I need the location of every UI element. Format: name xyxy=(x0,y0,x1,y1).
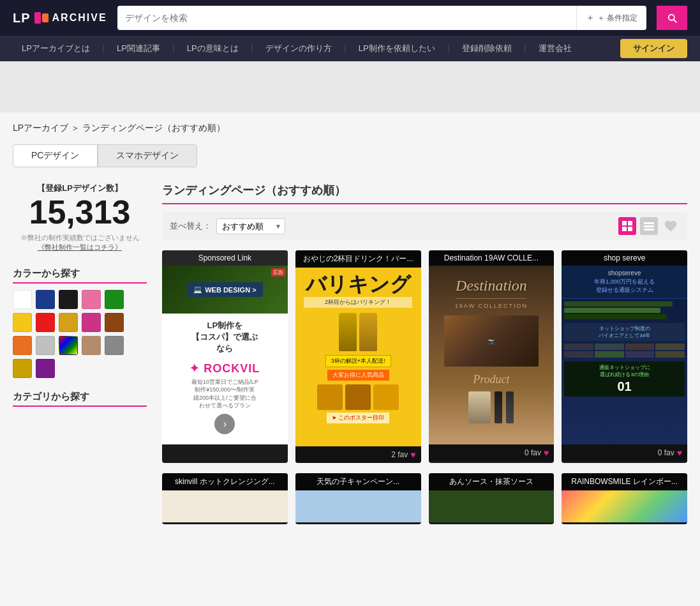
signin-button[interactable]: サインイン xyxy=(620,39,687,58)
dest-divider xyxy=(456,298,526,299)
sort-left: 並べ替え： おすすめ順 新着順 お気に入り順 xyxy=(170,218,285,234)
card-destination[interactable]: Destination 19AW COLLE... Destination 19… xyxy=(429,250,555,463)
stat-box: 【登録LPデザイン数】 15,313 ※弊社の制作実績数ではございません 《弊社… xyxy=(13,183,147,252)
nav-item-meaning[interactable]: LPの意味とは xyxy=(178,43,248,54)
card-title-ansauce: あんソース・抹茶ソース xyxy=(429,473,555,490)
fav-count-destination: 0 fav xyxy=(525,448,541,457)
color-multicolor[interactable] xyxy=(59,336,78,355)
color-darkyellow[interactable] xyxy=(13,359,32,378)
search-condition-btn[interactable]: ＋ ＋ 条件指定 xyxy=(576,6,646,30)
sereve-bottom: 通販ネットショップに選ばれ続ける3の理由 01 xyxy=(564,361,685,397)
banner-area xyxy=(0,61,700,112)
card-rainbow[interactable]: RAINBOWSMILE レインボー... xyxy=(562,473,687,524)
color-section-title: カラーから探す xyxy=(13,268,147,284)
main-content: LPアーカイブ ＞ ランディングページ（おすすめ順） PCデザイン スマホデザイ… xyxy=(0,112,700,534)
sort-bar: 並べ替え： おすすめ順 新着順 お気に入り順 xyxy=(162,212,687,240)
grid-view-button[interactable] xyxy=(618,217,636,235)
color-silver[interactable] xyxy=(36,336,55,355)
pc-icon: 💻 xyxy=(193,285,202,294)
grid-header: ランディングページ（おすすめ順） xyxy=(162,183,687,204)
card-skinvill[interactable]: skinvill ホットクレンジング... xyxy=(162,473,288,524)
logo[interactable]: LP ARCHIVE xyxy=(13,11,107,26)
card-img-ansauce xyxy=(429,490,555,522)
heart-icon-sereve[interactable]: ♥ xyxy=(677,448,682,458)
nav-item-about[interactable]: LPアーカイブとは xyxy=(13,43,99,54)
grid-area: ランディングページ（おすすめ順） 並べ替え： おすすめ順 新着順 お気に入り順 xyxy=(162,183,687,524)
breadcrumb-current: ランディングページ（おすすめ順） xyxy=(82,123,225,133)
nav-sep-5: ｜ xyxy=(444,43,453,54)
color-tan[interactable] xyxy=(82,336,101,355)
card-footer-sereve: 0 fav ♥ xyxy=(562,444,687,461)
card-image-sponsored: 広告 💻 WEB DESIGN > LP制作を【コスパ】で選ぶなら ✦ ROCK… xyxy=(162,266,288,444)
logo-lp-text: LP xyxy=(13,11,31,26)
sort-select[interactable]: おすすめ順 新着順 お気に入り順 xyxy=(216,218,285,234)
color-gray[interactable] xyxy=(105,336,124,355)
heart-icon-destination[interactable]: ♥ xyxy=(544,448,549,458)
color-white[interactable] xyxy=(13,290,32,309)
card-title-destination: Destination 19AW COLLE... xyxy=(429,250,555,266)
color-yellow[interactable] xyxy=(13,313,32,332)
yellow-promo: 3杯の解説+本人配送! xyxy=(325,355,391,367)
sereve-feature-text: ネットショップ制度のパイオニアとして34年 xyxy=(566,325,683,339)
stat-label: 【登録LPデザイン数】 xyxy=(13,183,147,194)
sp-headline: LP制作を【コスパ】で選ぶなら xyxy=(191,320,258,355)
color-section: カラーから探す xyxy=(13,268,147,378)
dest-product-label: Product xyxy=(473,373,509,386)
favorites-filter-button[interactable] xyxy=(662,217,680,235)
plus-icon: ＋ xyxy=(586,12,595,24)
list-view-icon xyxy=(644,221,654,231)
color-purple[interactable] xyxy=(36,359,55,378)
color-orange[interactable] xyxy=(13,336,32,355)
card-grid: Sponsored Link 広告 💻 WEB DESIGN > xyxy=(162,250,687,463)
sort-select-wrapper: おすすめ順 新着順 お気に入り順 xyxy=(216,218,285,234)
yellow-products xyxy=(317,384,399,410)
card-image-destination: Destination 19AW COLLECTION 📷 Product xyxy=(429,266,555,444)
nav-item-delete[interactable]: 登録削除依頼 xyxy=(453,43,521,54)
destination-heading: Destination xyxy=(456,277,527,294)
fav-count-yellow: 2 fav xyxy=(391,450,408,459)
tab-pc-design[interactable]: PCデザイン xyxy=(13,144,98,167)
card-title-skinvill: skinvill ホットクレンジング... xyxy=(162,473,288,490)
condition-label: ＋ 条件指定 xyxy=(597,13,637,24)
card-sponsored[interactable]: Sponsored Link 広告 💻 WEB DESIGN > xyxy=(162,250,288,463)
card-image-sereve: shopsereve 年商1,000万円を超える登録せる通販システム xyxy=(562,266,687,444)
stat-link-anchor[interactable]: 《弊社制作一覧はコチラ》 xyxy=(38,243,122,251)
card-weather[interactable]: 天気の子キャンペーン... xyxy=(295,473,421,524)
card-title-rainbow: RAINBOWSMILE レインボー... xyxy=(562,473,687,490)
color-navy[interactable] xyxy=(36,290,55,309)
nav-item-commission[interactable]: LP制作を依頼したい xyxy=(350,43,444,54)
sp-description: 最短10営業日でご納品/LP制作¥150,000〜/制作実績200本以上/ご要望… xyxy=(191,378,258,410)
color-brown[interactable] xyxy=(105,313,124,332)
tab-smartphone-design[interactable]: スマホデザイン xyxy=(98,144,197,167)
sidebar: 【登録LPデザイン数】 15,313 ※弊社の制作実績数ではございません 《弊社… xyxy=(13,183,147,524)
search-input[interactable] xyxy=(117,13,576,23)
grid-title: ランディングページ（おすすめ順） xyxy=(162,183,687,204)
color-red[interactable] xyxy=(36,313,55,332)
nav-item-articles[interactable]: LP関連記事 xyxy=(108,43,169,54)
color-magenta[interactable] xyxy=(82,313,101,332)
card-sereve[interactable]: shop sereve shopsereve 年商1,000万円を超える登録せる… xyxy=(562,250,687,463)
color-gold[interactable] xyxy=(59,313,78,332)
sp-next-button[interactable]: › xyxy=(214,414,235,434)
svg-rect-6 xyxy=(644,229,654,231)
bottom-card-grid: skinvill ホットクレンジング... 天気の子キャンペーン... あんソー… xyxy=(162,473,687,524)
list-view-button[interactable] xyxy=(640,217,658,235)
card-yellow[interactable]: おやじの2杯目ドリンク！バー... バリキング 2杯目からはバリキング！ 3杯の… xyxy=(295,250,421,463)
stat-link[interactable]: 《弊社制作一覧はコチラ》 xyxy=(13,243,147,252)
heart-icon-yellow[interactable]: ♥ xyxy=(410,450,415,460)
svg-rect-1 xyxy=(628,221,632,225)
nav-item-design[interactable]: デザインの作り方 xyxy=(257,43,341,54)
nav-item-company[interactable]: 運営会社 xyxy=(530,43,581,54)
breadcrumb-home[interactable]: LPアーカイブ xyxy=(13,123,68,133)
color-black[interactable] xyxy=(59,290,78,309)
view-icons xyxy=(618,217,680,235)
search-button[interactable] xyxy=(657,6,687,30)
sp-logo-text: ✦ ROCKVIL xyxy=(190,361,260,375)
nav-sep-1: ｜ xyxy=(99,43,108,54)
card-ansauce[interactable]: あんソース・抹茶ソース xyxy=(429,473,555,524)
category-section-title: カテゴリから探す xyxy=(13,391,147,407)
color-green[interactable] xyxy=(105,290,124,309)
svg-rect-5 xyxy=(644,225,654,227)
color-pink[interactable] xyxy=(82,290,101,309)
logo-icon xyxy=(34,12,48,24)
